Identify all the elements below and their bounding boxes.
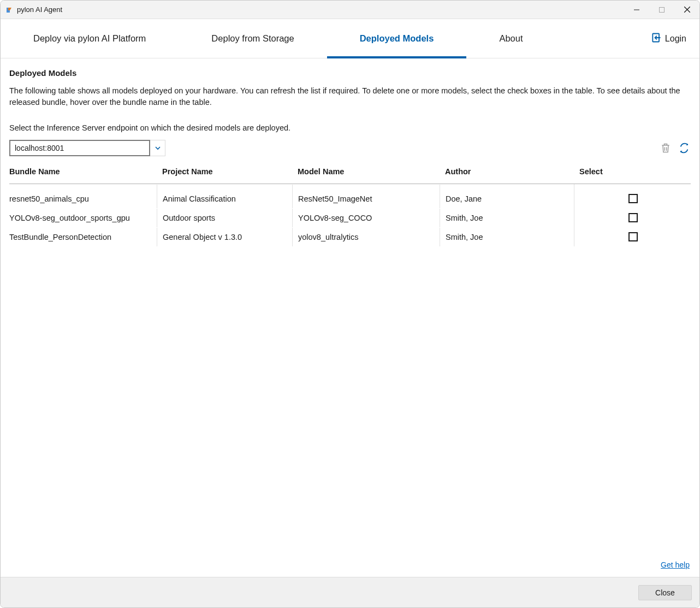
window-title: pylon AI Agent (17, 5, 624, 14)
tab-deploy-storage[interactable]: Deploy from Storage (179, 19, 327, 58)
th-select: Select (574, 164, 691, 179)
cell-bundle[interactable]: resnet50_animals_cpu (9, 185, 157, 208)
minimize-button[interactable] (624, 1, 649, 19)
page-title: Deployed Models (9, 68, 691, 78)
refresh-button[interactable] (678, 141, 691, 155)
chevron-down-icon (155, 145, 161, 151)
endpoint-instruction: Select the Inference Server endpoint on … (9, 123, 691, 132)
table-body: resnet50_animals_cpu Animal Classificati… (9, 184, 691, 246)
endpoint-row (9, 140, 691, 156)
footer: Close (1, 577, 699, 607)
row-checkbox[interactable] (628, 232, 638, 241)
table-row: YOLOv8-seg_outdoor_sports_gpu Outdoor sp… (9, 208, 691, 227)
login-button[interactable]: Login (638, 19, 699, 58)
endpoint-dropdown-button[interactable] (150, 140, 165, 156)
svg-rect-1 (660, 7, 665, 12)
close-button[interactable]: Close (638, 585, 692, 600)
login-icon (651, 32, 662, 45)
cell-select (574, 184, 691, 208)
cell-author: Doe, Jane (440, 185, 574, 208)
table-row: resnet50_animals_cpu Animal Classificati… (9, 184, 691, 208)
delete-button[interactable] (659, 141, 672, 155)
th-bundle[interactable]: Bundle Name (9, 164, 157, 179)
maximize-button[interactable] (649, 1, 674, 19)
tabbar: Deploy via pylon AI Platform Deploy from… (1, 19, 699, 58)
help-row: Get help (9, 556, 691, 571)
close-window-button[interactable] (674, 1, 699, 19)
login-label: Login (665, 34, 686, 44)
th-author[interactable]: Author (440, 164, 574, 179)
cell-project: General Object v 1.3.0 (157, 228, 292, 246)
cell-bundle[interactable]: YOLOv8-seg_outdoor_sports_gpu (9, 209, 157, 227)
trash-icon (660, 143, 671, 154)
content-area: Deployed Models The following table show… (1, 58, 699, 577)
tab-deployed-models[interactable]: Deployed Models (327, 19, 467, 58)
page-description: The following table shows all models dep… (9, 85, 691, 108)
table-header: Bundle Name Project Name Model Name Auth… (9, 164, 691, 184)
cell-project: Animal Classification (157, 185, 292, 208)
table-row: TestBundle_PersonDetection General Objec… (9, 227, 691, 246)
cell-select (574, 208, 691, 227)
tab-about[interactable]: About (466, 19, 555, 58)
cell-author: Smith, Joe (440, 209, 574, 227)
app-icon (5, 5, 14, 14)
models-table: Bundle Name Project Name Model Name Auth… (9, 164, 691, 246)
cell-bundle[interactable]: TestBundle_PersonDetection (9, 228, 157, 246)
cell-project: Outdoor sports (157, 209, 292, 227)
tab-deploy-platform[interactable]: Deploy via pylon AI Platform (1, 19, 179, 58)
th-model[interactable]: Model Name (292, 164, 440, 179)
titlebar: pylon AI Agent (1, 1, 699, 19)
endpoint-input[interactable] (9, 140, 150, 156)
refresh-icon (679, 143, 690, 154)
cell-model: ResNet50_ImageNet (292, 185, 440, 208)
row-checkbox[interactable] (628, 213, 638, 222)
th-project[interactable]: Project Name (157, 164, 292, 179)
cell-model: yolov8_ultralytics (292, 228, 440, 246)
window-controls (624, 1, 699, 19)
cell-select (574, 227, 691, 246)
row-checkbox[interactable] (628, 194, 638, 203)
endpoint-combobox (9, 140, 165, 156)
get-help-link[interactable]: Get help (661, 560, 690, 569)
cell-model: YOLOv8-seg_COCO (292, 209, 440, 227)
cell-author: Smith, Joe (440, 228, 574, 246)
app-window: pylon AI Agent Deploy via pylon AI Platf… (0, 0, 700, 608)
